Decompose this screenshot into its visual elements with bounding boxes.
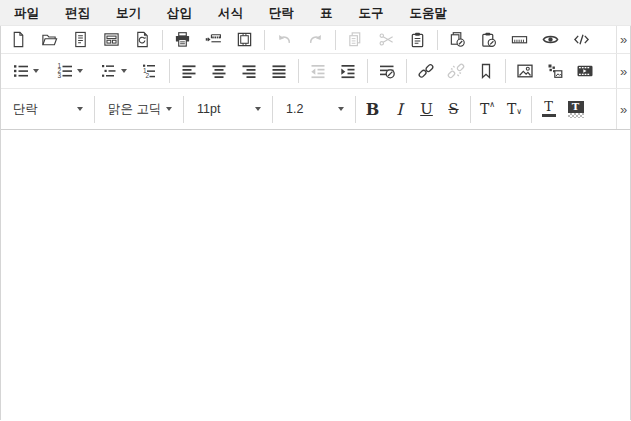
link-icon	[417, 62, 435, 80]
highlight-color-button[interactable]: T	[562, 94, 589, 124]
italic-icon: I	[396, 100, 402, 119]
clear-formatting-button[interactable]	[372, 56, 402, 86]
source-code-button[interactable]	[566, 27, 597, 53]
redo-button[interactable]	[300, 27, 331, 53]
numbered-list-button[interactable]: 123	[47, 56, 91, 86]
restore-draft-icon	[134, 31, 151, 48]
outdent-button[interactable]	[303, 56, 333, 86]
font-size-select[interactable]: 11pt	[187, 89, 269, 129]
menu-item-tools[interactable]: 도구	[346, 0, 397, 25]
menu-item-table[interactable]: 표	[307, 0, 346, 25]
insert-link-button[interactable]	[411, 56, 441, 86]
italic-button[interactable]: I	[386, 94, 413, 124]
svg-text:2: 2	[146, 72, 150, 79]
text-frame-button[interactable]	[229, 27, 260, 53]
multilevel-list-icon: 12	[141, 62, 159, 80]
menu-item-format[interactable]: 서식	[205, 0, 256, 25]
print-icon	[174, 31, 191, 48]
eye-icon	[542, 31, 559, 48]
separator	[355, 96, 356, 123]
align-justify-button[interactable]	[264, 56, 294, 86]
bold-button[interactable]: B	[359, 94, 386, 124]
separator	[505, 59, 506, 83]
toolbar-row-2: 123 12	[1, 54, 630, 89]
chevron-down-icon	[33, 69, 39, 73]
separator	[169, 59, 170, 83]
menu-item-view[interactable]: 보기	[103, 0, 154, 25]
highlight-color-icon: T	[568, 101, 584, 113]
remove-link-button[interactable]	[441, 56, 471, 86]
outline-list-icon	[100, 62, 118, 80]
outline-list-button[interactable]	[91, 56, 135, 86]
svg-text:3: 3	[57, 72, 61, 79]
toolbar-overflow-button-2[interactable]: »	[616, 54, 630, 88]
template-button[interactable]	[96, 27, 127, 53]
align-right-button[interactable]	[234, 56, 264, 86]
document-button[interactable]	[65, 27, 96, 53]
toolbar-overflow-button-3[interactable]: »	[616, 89, 630, 129]
line-height-value: 1.2	[286, 102, 303, 116]
strikethrough-button[interactable]: S	[440, 94, 467, 124]
insert-image-button[interactable]	[510, 56, 540, 86]
font-size-value: 11pt	[197, 102, 220, 116]
image-effects-button[interactable]	[540, 56, 570, 86]
separator	[264, 30, 265, 50]
separator	[470, 96, 471, 123]
paste-as-text-icon	[480, 31, 497, 48]
line-height-select[interactable]: 1.2	[276, 89, 352, 129]
toolbar-overflow-button-1[interactable]: »	[616, 26, 630, 53]
separator	[335, 30, 336, 50]
new-document-button[interactable]	[3, 27, 34, 53]
paste-button[interactable]	[402, 27, 433, 53]
multilevel-list-button[interactable]: 12	[135, 56, 165, 86]
separator	[437, 30, 438, 50]
menu-item-insert[interactable]: 삽입	[154, 0, 205, 25]
bookmark-button[interactable]	[471, 56, 501, 86]
block-format-select[interactable]: 단락	[3, 89, 91, 129]
menu-item-file[interactable]: 파일	[1, 0, 52, 25]
insert-media-button[interactable]	[570, 56, 600, 86]
block-format-value: 단락	[13, 101, 38, 118]
font-family-value: 맑은 고딕	[108, 101, 161, 118]
font-size-decrease-button[interactable]: T∨	[501, 94, 528, 124]
bullet-list-button[interactable]	[3, 56, 47, 86]
open-file-button[interactable]	[34, 27, 65, 53]
chevron-down-icon	[255, 107, 261, 111]
restore-draft-button[interactable]	[127, 27, 158, 53]
undo-icon	[276, 31, 293, 48]
text-color-icon: T	[544, 101, 553, 113]
media-icon	[576, 62, 594, 80]
menu-item-paragraph[interactable]: 단락	[256, 0, 307, 25]
chevron-down-icon	[338, 107, 344, 111]
paste-formatted-button[interactable]	[442, 27, 473, 53]
text-frame-icon	[236, 31, 253, 48]
cut-button[interactable]	[371, 27, 402, 53]
bullet-list-icon	[12, 62, 30, 80]
indent-button[interactable]	[333, 56, 363, 86]
font-size-increase-button[interactable]: T∧	[474, 94, 501, 124]
chevron-down-icon	[77, 69, 83, 73]
redo-icon	[307, 31, 324, 48]
menu-item-help[interactable]: 도움말	[397, 0, 461, 25]
ruler-button[interactable]	[504, 27, 535, 53]
copy-button[interactable]	[340, 27, 371, 53]
underline-icon: U	[420, 100, 433, 118]
page-break-button[interactable]	[198, 27, 229, 53]
editor-content-area[interactable]	[1, 130, 630, 420]
numbered-list-icon: 123	[56, 62, 74, 80]
align-center-button[interactable]	[204, 56, 234, 86]
font-size-increase-icon: T	[480, 101, 489, 117]
undo-button[interactable]	[269, 27, 300, 53]
toolbar-row-3: 단락 맑은 고딕 11pt 1.2	[1, 89, 630, 130]
toolbar-row-2-tools: 123 12	[1, 54, 616, 88]
text-color-button[interactable]: T	[535, 94, 562, 124]
clear-formatting-icon	[378, 62, 396, 80]
menu-item-edit[interactable]: 편집	[52, 0, 103, 25]
align-left-button[interactable]	[174, 56, 204, 86]
underline-button[interactable]: U	[413, 94, 440, 124]
paste-as-text-button[interactable]	[473, 27, 504, 53]
font-family-select[interactable]: 맑은 고딕	[98, 89, 180, 129]
strikethrough-icon: S	[448, 100, 458, 118]
preview-button[interactable]	[535, 27, 566, 53]
print-button[interactable]	[167, 27, 198, 53]
